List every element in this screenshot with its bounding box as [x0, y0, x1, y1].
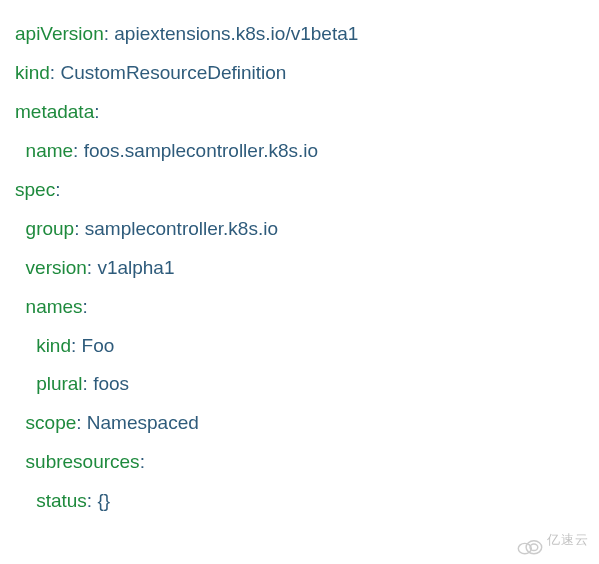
- yaml-line: name: foos.samplecontroller.k8s.io: [15, 132, 584, 171]
- yaml-key: scope: [26, 412, 77, 433]
- yaml-line: status: {}: [15, 482, 584, 521]
- yaml-value: CustomResourceDefinition: [60, 62, 286, 83]
- yaml-code-block: apiVersion: apiextensions.k8s.io/v1beta1…: [15, 15, 584, 521]
- yaml-value: samplecontroller.k8s.io: [85, 218, 278, 239]
- yaml-indent: [15, 218, 26, 239]
- yaml-indent: [15, 296, 26, 317]
- yaml-indent: [15, 490, 36, 511]
- yaml-line: metadata:: [15, 93, 584, 132]
- yaml-key: version: [26, 257, 87, 278]
- yaml-indent: [15, 451, 26, 472]
- yaml-indent: [15, 140, 26, 161]
- yaml-key: names: [26, 296, 83, 317]
- yaml-key: status: [36, 490, 87, 511]
- yaml-line: subresources:: [15, 443, 584, 482]
- watermark-text: 亿速云: [547, 527, 589, 554]
- yaml-sep: :: [76, 412, 87, 433]
- yaml-value: Foo: [82, 335, 115, 356]
- yaml-indent: [15, 373, 36, 394]
- yaml-key: kind: [15, 62, 50, 83]
- yaml-sep: :: [140, 451, 145, 472]
- yaml-value: foos: [93, 373, 129, 394]
- yaml-line: scope: Namespaced: [15, 404, 584, 443]
- yaml-line: group: samplecontroller.k8s.io: [15, 210, 584, 249]
- yaml-key: subresources: [26, 451, 140, 472]
- yaml-line: kind: CustomResourceDefinition: [15, 54, 584, 93]
- yaml-value: foos.samplecontroller.k8s.io: [84, 140, 318, 161]
- yaml-key: kind: [36, 335, 71, 356]
- yaml-sep: :: [50, 62, 61, 83]
- yaml-line: plural: foos: [15, 365, 584, 404]
- yaml-key: plural: [36, 373, 82, 394]
- yaml-sep: :: [71, 335, 82, 356]
- yaml-key: group: [26, 218, 75, 239]
- yaml-value: apiextensions.k8s.io/v1beta1: [114, 23, 358, 44]
- yaml-line: names:: [15, 288, 584, 327]
- yaml-key: metadata: [15, 101, 94, 122]
- watermark: 亿速云: [517, 527, 589, 554]
- yaml-line: spec:: [15, 171, 584, 210]
- yaml-key: apiVersion: [15, 23, 104, 44]
- yaml-value: v1alpha1: [97, 257, 174, 278]
- yaml-indent: [15, 257, 26, 278]
- yaml-line: apiVersion: apiextensions.k8s.io/v1beta1: [15, 15, 584, 54]
- yaml-sep: :: [83, 296, 88, 317]
- yaml-sep: :: [55, 179, 60, 200]
- yaml-key: spec: [15, 179, 55, 200]
- cloud-icon: [517, 531, 543, 551]
- yaml-sep: :: [83, 373, 94, 394]
- svg-point-1: [526, 540, 542, 553]
- yaml-indent: [15, 412, 26, 433]
- yaml-line: kind: Foo: [15, 327, 584, 366]
- yaml-sep: :: [73, 140, 84, 161]
- yaml-key: name: [26, 140, 74, 161]
- yaml-value: Namespaced: [87, 412, 199, 433]
- yaml-sep: :: [104, 23, 115, 44]
- yaml-sep: :: [94, 101, 99, 122]
- yaml-sep: :: [87, 490, 98, 511]
- yaml-sep: :: [74, 218, 85, 239]
- yaml-indent: [15, 335, 36, 356]
- yaml-sep: :: [87, 257, 98, 278]
- yaml-value: {}: [97, 490, 110, 511]
- yaml-line: version: v1alpha1: [15, 249, 584, 288]
